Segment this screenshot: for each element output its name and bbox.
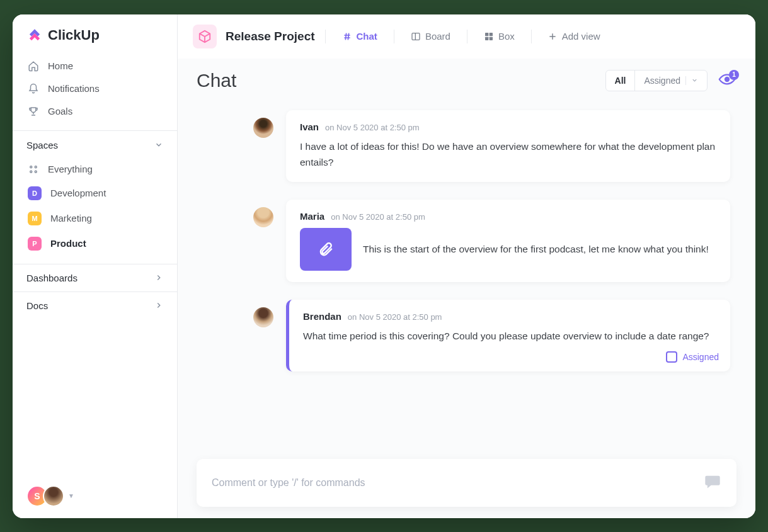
paperclip-icon bbox=[318, 241, 334, 258]
home-icon bbox=[28, 60, 39, 72]
assigned-label: Assigned bbox=[682, 352, 719, 362]
pill-label: Assigned bbox=[644, 76, 680, 86]
project-icon[interactable] bbox=[193, 25, 217, 48]
sidebar-space-product[interactable]: P Product bbox=[13, 231, 177, 256]
composer bbox=[197, 459, 736, 507]
watchers-count: 1 bbox=[729, 70, 739, 80]
comment-input[interactable] bbox=[212, 477, 704, 489]
tab-label: Box bbox=[498, 31, 515, 42]
clickup-logo-icon bbox=[26, 27, 43, 43]
message-card[interactable]: Brendan on Nov 5 2020 at 2:50 pm What ti… bbox=[286, 300, 730, 372]
user-avatar-stack[interactable]: S bbox=[26, 485, 64, 507]
message-card[interactable]: Ivan on Nov 5 2020 at 2:50 pm I have a l… bbox=[286, 110, 730, 182]
chevron-down-icon bbox=[691, 77, 698, 84]
tab-label: Chat bbox=[357, 31, 377, 42]
send-button[interactable] bbox=[704, 473, 721, 493]
filter-pill-group: All Assigned bbox=[605, 70, 708, 91]
svg-rect-6 bbox=[490, 33, 493, 36]
view-tab-board[interactable]: Board bbox=[404, 27, 457, 45]
nav-goals[interactable]: Goals bbox=[13, 100, 177, 123]
message-meta: Maria on Nov 5 2020 at 2:50 pm bbox=[300, 211, 716, 222]
brand-logo[interactable]: ClickUp bbox=[13, 14, 177, 52]
trophy-icon bbox=[28, 106, 39, 117]
sidebar-docs[interactable]: Docs bbox=[13, 291, 177, 319]
message-meta: Brendan on Nov 5 2020 at 2:50 pm bbox=[303, 311, 716, 322]
space-badge: D bbox=[28, 186, 42, 200]
watchers-button[interactable]: 1 bbox=[718, 72, 736, 89]
message-meta: Ivan on Nov 5 2020 at 2:50 pm bbox=[300, 122, 716, 132]
brand-name: ClickUp bbox=[48, 27, 100, 43]
pill-label: All bbox=[615, 76, 626, 86]
chevron-right-icon bbox=[154, 301, 163, 310]
message-list: Ivan on Nov 5 2020 at 2:50 pm I have a l… bbox=[197, 106, 736, 459]
user-avatar bbox=[43, 485, 64, 507]
message-item: Ivan on Nov 5 2020 at 2:50 pm I have a l… bbox=[253, 110, 730, 182]
message-timestamp: on Nov 5 2020 at 2:50 pm bbox=[331, 212, 425, 222]
tab-label: Board bbox=[425, 31, 450, 42]
box-grid-icon bbox=[484, 31, 494, 42]
divider bbox=[467, 30, 467, 43]
topbar: Release Project Chat Board Box Add view bbox=[178, 14, 755, 59]
project-title: Release Project bbox=[226, 30, 315, 43]
add-view-button[interactable]: Add view bbox=[542, 27, 607, 45]
spaces-header[interactable]: Spaces bbox=[13, 130, 177, 158]
grid-dots-icon bbox=[28, 164, 39, 175]
message-body: What time period is this covering? Could… bbox=[303, 328, 716, 344]
space-badge: M bbox=[28, 212, 42, 225]
svg-point-0 bbox=[30, 166, 32, 167]
sidebar-footer: S ▼ bbox=[13, 474, 177, 518]
add-view-label: Add view bbox=[562, 31, 600, 42]
avatar[interactable] bbox=[253, 118, 273, 138]
filter-assigned[interactable]: Assigned bbox=[634, 71, 707, 91]
avatar[interactable] bbox=[253, 307, 273, 327]
sidebar: ClickUp Home Notifications Goals Spaces … bbox=[13, 14, 178, 518]
nav-home[interactable]: Home bbox=[13, 55, 177, 77]
divider bbox=[531, 30, 532, 43]
assigned-tag[interactable]: Assigned bbox=[666, 351, 719, 363]
space-label: Product bbox=[50, 238, 86, 249]
svg-point-9 bbox=[725, 77, 729, 81]
message-body: This is the start of the overview for th… bbox=[363, 241, 709, 258]
svg-rect-7 bbox=[485, 37, 488, 40]
message-body-row: This is the start of the overview for th… bbox=[300, 228, 716, 271]
section-label: Dashboards bbox=[26, 273, 77, 283]
main: Release Project Chat Board Box Add view bbox=[178, 14, 755, 518]
message-timestamp: on Nov 5 2020 at 2:50 pm bbox=[325, 123, 420, 132]
space-badge: P bbox=[28, 237, 42, 251]
message-author: Maria bbox=[300, 211, 324, 222]
view-tab-chat[interactable]: Chat bbox=[336, 27, 384, 45]
message-author: Brendan bbox=[303, 311, 341, 322]
attachment-thumbnail[interactable] bbox=[300, 228, 352, 271]
section-label: Docs bbox=[26, 300, 48, 311]
view-tab-box[interactable]: Box bbox=[478, 27, 521, 45]
divider bbox=[394, 30, 394, 43]
nav-label: Goals bbox=[48, 106, 72, 116]
primary-nav: Home Notifications Goals bbox=[13, 52, 177, 130]
app-window: ClickUp Home Notifications Goals Spaces … bbox=[13, 14, 755, 518]
nav-notifications[interactable]: Notifications bbox=[13, 77, 177, 100]
cube-icon bbox=[198, 30, 212, 43]
content-header: Chat All Assigned 1 bbox=[197, 70, 736, 91]
caret-down-icon[interactable]: ▼ bbox=[68, 492, 74, 499]
message-card[interactable]: Maria on Nov 5 2020 at 2:50 pm This is t… bbox=[286, 200, 730, 282]
filter-all[interactable]: All bbox=[606, 71, 635, 91]
svg-rect-8 bbox=[490, 37, 493, 40]
sidebar-dashboards[interactable]: Dashboards bbox=[13, 264, 177, 291]
sidebar-space-development[interactable]: D Development bbox=[13, 181, 177, 206]
sidebar-everything[interactable]: Everything bbox=[13, 158, 177, 181]
bell-icon bbox=[28, 83, 39, 94]
plus-icon bbox=[548, 32, 557, 41]
avatar[interactable] bbox=[253, 207, 273, 227]
divider bbox=[685, 76, 686, 85]
hash-icon bbox=[342, 31, 352, 42]
message-item: Brendan on Nov 5 2020 at 2:50 pm What ti… bbox=[253, 300, 730, 372]
spaces-header-label: Spaces bbox=[26, 140, 58, 150]
svg-point-2 bbox=[30, 171, 32, 173]
space-label: Marketing bbox=[50, 213, 92, 224]
checkbox-icon bbox=[666, 351, 677, 363]
chat-bubble-icon bbox=[704, 473, 721, 490]
message-item: Maria on Nov 5 2020 at 2:50 pm This is t… bbox=[253, 200, 730, 282]
nav-label: Notifications bbox=[48, 83, 100, 94]
message-timestamp: on Nov 5 2020 at 2:50 pm bbox=[348, 312, 442, 322]
sidebar-space-marketing[interactable]: M Marketing bbox=[13, 206, 177, 231]
